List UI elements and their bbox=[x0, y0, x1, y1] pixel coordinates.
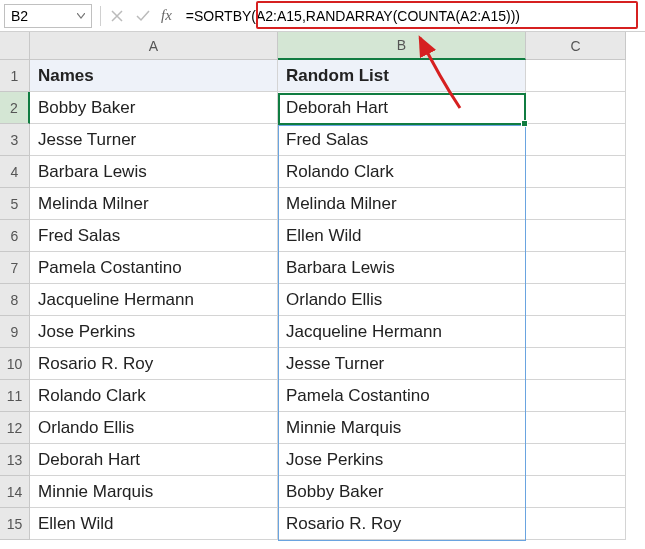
cell[interactable]: Jacqueline Hermann bbox=[30, 284, 278, 316]
cell[interactable] bbox=[526, 316, 626, 348]
separator bbox=[100, 6, 101, 26]
cell[interactable] bbox=[526, 476, 626, 508]
cell[interactable]: Rolando Clark bbox=[30, 380, 278, 412]
cell[interactable]: Jesse Turner bbox=[278, 348, 526, 380]
cell[interactable]: Minnie Marquis bbox=[30, 476, 278, 508]
cell[interactable] bbox=[526, 92, 626, 124]
formula-bar: B2 fx bbox=[0, 0, 645, 32]
cell[interactable]: Jesse Turner bbox=[30, 124, 278, 156]
row-header[interactable]: 8 bbox=[0, 284, 30, 316]
cell[interactable] bbox=[526, 348, 626, 380]
name-box[interactable]: B2 bbox=[4, 4, 92, 28]
cell[interactable]: Fred Salas bbox=[30, 220, 278, 252]
row-header[interactable]: 1 bbox=[0, 60, 30, 92]
cell[interactable]: Jose Perkins bbox=[30, 316, 278, 348]
cell-c1[interactable] bbox=[526, 60, 626, 92]
cell[interactable]: Jacqueline Hermann bbox=[278, 316, 526, 348]
row-header[interactable]: 5 bbox=[0, 188, 30, 220]
cell[interactable] bbox=[526, 284, 626, 316]
cell[interactable]: Rosario R. Roy bbox=[30, 348, 278, 380]
cell[interactable] bbox=[526, 412, 626, 444]
cell[interactable]: Melinda Milner bbox=[30, 188, 278, 220]
name-box-value: B2 bbox=[11, 8, 28, 24]
cell-b1[interactable]: Random List bbox=[278, 60, 526, 92]
col-header-b[interactable]: B bbox=[278, 32, 526, 60]
cell-a1[interactable]: Names bbox=[30, 60, 278, 92]
row-header[interactable]: 9 bbox=[0, 316, 30, 348]
cell[interactable]: Melinda Milner bbox=[278, 188, 526, 220]
cell[interactable]: Deborah Hart bbox=[278, 92, 526, 124]
row-header[interactable]: 10 bbox=[0, 348, 30, 380]
row-header[interactable]: 2 bbox=[0, 92, 30, 124]
cell[interactable]: Ellen Wild bbox=[278, 220, 526, 252]
formula-bar-icons: fx bbox=[109, 7, 172, 24]
cell[interactable]: Minnie Marquis bbox=[278, 412, 526, 444]
cell[interactable]: Barbara Lewis bbox=[30, 156, 278, 188]
cell[interactable]: Barbara Lewis bbox=[278, 252, 526, 284]
cell[interactable]: Jose Perkins bbox=[278, 444, 526, 476]
row-header[interactable]: 12 bbox=[0, 412, 30, 444]
cell[interactable]: Pamela Costantino bbox=[30, 252, 278, 284]
cell[interactable] bbox=[526, 444, 626, 476]
row-header[interactable]: 13 bbox=[0, 444, 30, 476]
fx-icon[interactable]: fx bbox=[161, 7, 172, 24]
chevron-down-icon[interactable] bbox=[77, 10, 85, 21]
cell[interactable]: Deborah Hart bbox=[30, 444, 278, 476]
confirm-icon[interactable] bbox=[135, 8, 151, 24]
cancel-icon[interactable] bbox=[109, 8, 125, 24]
cell[interactable]: Pamela Costantino bbox=[278, 380, 526, 412]
col-header-a[interactable]: A bbox=[30, 32, 278, 60]
col-header-c[interactable]: C bbox=[526, 32, 626, 60]
cell[interactable]: Rolando Clark bbox=[278, 156, 526, 188]
cell[interactable]: Fred Salas bbox=[278, 124, 526, 156]
row-header[interactable]: 4 bbox=[0, 156, 30, 188]
row-header[interactable]: 11 bbox=[0, 380, 30, 412]
column-headers: A B C bbox=[30, 32, 645, 60]
select-all-corner[interactable] bbox=[0, 32, 30, 60]
cell[interactable]: Orlando Ellis bbox=[278, 284, 526, 316]
grid-rows: 1 Names Random List 2 Bobby Baker Debora… bbox=[0, 60, 645, 540]
cell[interactable]: Orlando Ellis bbox=[30, 412, 278, 444]
cell[interactable]: Bobby Baker bbox=[278, 476, 526, 508]
cell[interactable] bbox=[526, 220, 626, 252]
formula-input[interactable] bbox=[180, 4, 641, 28]
row-header[interactable]: 6 bbox=[0, 220, 30, 252]
row-header[interactable]: 7 bbox=[0, 252, 30, 284]
row-header[interactable]: 15 bbox=[0, 508, 30, 540]
cell[interactable] bbox=[526, 124, 626, 156]
cell[interactable] bbox=[526, 188, 626, 220]
cell[interactable] bbox=[526, 508, 626, 540]
cell[interactable]: Bobby Baker bbox=[30, 92, 278, 124]
row-header[interactable]: 3 bbox=[0, 124, 30, 156]
row-header[interactable]: 14 bbox=[0, 476, 30, 508]
cell[interactable]: Rosario R. Roy bbox=[278, 508, 526, 540]
cell[interactable] bbox=[526, 380, 626, 412]
cell[interactable] bbox=[526, 252, 626, 284]
cell[interactable] bbox=[526, 156, 626, 188]
cell[interactable]: Ellen Wild bbox=[30, 508, 278, 540]
